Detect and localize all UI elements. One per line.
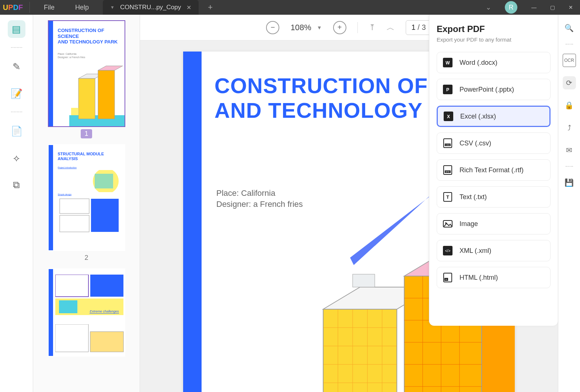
svg-text:X: X [447,114,450,119]
separator [11,47,22,49]
doc-meta-l1: Place: California [216,188,275,198]
svg-rect-1 [78,78,95,119]
svg-text:W: W [446,60,450,66]
new-tab-button[interactable]: + [208,3,213,12]
thumb3-section1: Extreme challenges [90,310,119,314]
close-tab-icon[interactable]: ✕ [186,4,191,11]
ocr-icon[interactable]: OCR [563,54,576,67]
svg-rect-16 [90,332,123,352]
svg-text:</>: </> [445,249,451,253]
thumb1-title-l2: AND TECHNOLOGY PARK [58,39,118,45]
export-xml[interactable]: </> XML (.xml) [437,240,551,261]
share-icon[interactable]: ⤴ [563,121,576,134]
save-icon[interactable]: 💾 [563,176,576,189]
doc-title-l2: AND TECHNOLOGY PA [214,98,457,122]
thumbnail-panel[interactable]: CONSTRUCTION OF SCIENCEAND TECHNOLOGY PA… [33,15,140,392]
export-word-label: Word (.docx) [460,59,497,67]
tab-dropdown-icon[interactable]: ▼ [110,5,115,10]
txt-icon: T [443,192,453,202]
app-logo: UPDF [0,3,26,12]
right-toolbar: 🔍 OCR ⟳ 🔒 ⤴ ✉ 💾 [558,15,580,392]
doc-title-l1: CONSTRUCTION OF SC [214,74,465,98]
maximize-button[interactable]: ▢ [543,4,562,10]
user-avatar[interactable]: R [505,1,517,14]
compare-tool[interactable]: ⧉ [8,176,25,194]
thumb2-title-l2: ANALYSIS [58,156,78,161]
export-txt[interactable]: T Text (.txt) [437,186,551,208]
menu-help[interactable]: Help [65,4,99,11]
xml-icon: </> [443,246,453,256]
thumbnail-page-2[interactable]: STRUCTURAL MODULEANALYSIS Project introd… [48,144,125,251]
export-ppt-label: PowerPoint (.pptx) [460,86,514,93]
export-icon[interactable]: ⟳ [563,76,576,89]
prev-page-button[interactable]: ︿ [387,22,395,33]
chevron-down-icon[interactable]: ⌄ [479,3,497,11]
html-icon: H [443,272,453,283]
export-excel[interactable]: X Excel (.xlsx) [437,106,551,127]
thumbnail-page-3[interactable]: Extreme challenges [48,268,125,357]
svg-text:CSV: CSV [446,144,450,146]
thumb1-title-l1: CONSTRUCTION OF SCIENCE [58,28,104,39]
svg-rect-9 [91,199,119,232]
page-indicator[interactable]: 1 / 3 [406,20,432,35]
export-rtf-label: Rich Text Format (.rtf) [460,166,524,174]
export-html[interactable]: H HTML (.html) [437,267,551,288]
export-excel-label: Excel (.xlsx) [460,113,496,120]
export-panel: Export PDF Export your PDF to any format… [429,15,558,326]
search-icon[interactable]: 🔍 [563,21,576,35]
building-illustration [69,64,125,126]
first-page-button[interactable]: ⤒ [369,23,375,32]
export-xml-label: XML (.xml) [460,247,491,255]
svg-rect-3 [98,70,115,119]
export-powerpoint[interactable]: P PowerPoint (.pptx) [437,79,551,100]
divider [29,2,30,13]
svg-rect-12 [90,275,123,297]
export-subtitle: Export your PDF to any format [437,36,551,43]
separator [566,44,573,45]
svg-text:T: T [446,194,449,200]
export-word[interactable]: W Word (.docx) [437,52,551,73]
page-sep: / [417,23,420,32]
highlighter-tool[interactable]: ✎ [8,58,25,75]
thumbnail-page-1[interactable]: CONSTRUCTION OF SCIENCEAND TECHNOLOGY PA… [48,20,125,127]
svg-rect-62 [444,166,452,174]
thumb1-meta-l1: Place: California [58,53,77,55]
svg-rect-0 [69,115,125,126]
powerpoint-icon: P [443,84,453,95]
export-image[interactable]: Image [437,213,551,234]
svg-rect-10 [60,215,89,232]
thumb2-title-l1: STRUCTURAL MODULE [58,152,104,156]
separator [566,166,573,167]
minimize-button[interactable]: — [525,4,543,10]
doc-meta-l2: Designer: a French fries [216,199,303,209]
document-tab[interactable]: ▼ CONSTRU...py_Copy ✕ [103,0,199,15]
svg-rect-11 [55,275,88,297]
thumbnails-tool[interactable]: ▤ [8,20,25,38]
pages-tool[interactable]: 📄 [8,122,25,140]
email-icon[interactable]: ✉ [563,144,576,157]
csv-icon: CSV [443,138,453,148]
menu-file[interactable]: File [34,4,65,11]
tab-title: CONSTRU...py_Copy [120,4,181,11]
svg-rect-8 [60,199,89,213]
image-icon [443,219,453,229]
export-csv[interactable]: CSV CSV (.csv) [437,133,551,154]
word-icon: W [443,57,453,68]
svg-rect-5 [71,108,78,115]
svg-rect-7 [95,174,113,188]
svg-rect-24 [323,309,397,392]
thumb1-number: 1 [81,129,92,138]
separator [357,22,358,33]
export-rtf[interactable]: RTF Rich Text Format (.rtf) [437,159,551,181]
protect-icon[interactable]: 🔒 [563,99,576,112]
edit-tool[interactable]: 📝 [8,85,25,102]
zoom-out-button[interactable]: − [266,21,279,34]
thumb2-section2: Simple design [58,193,72,196]
zoom-in-button[interactable]: + [333,21,346,34]
crop-tool[interactable]: ⟡ [8,149,25,167]
thumb2-section1: Project introduction [58,166,77,169]
svg-rect-59 [444,139,452,148]
export-title: Export PDF [437,24,551,34]
close-button[interactable]: ✕ [562,4,580,10]
zoom-dropdown-icon[interactable]: ▼ [317,25,322,31]
